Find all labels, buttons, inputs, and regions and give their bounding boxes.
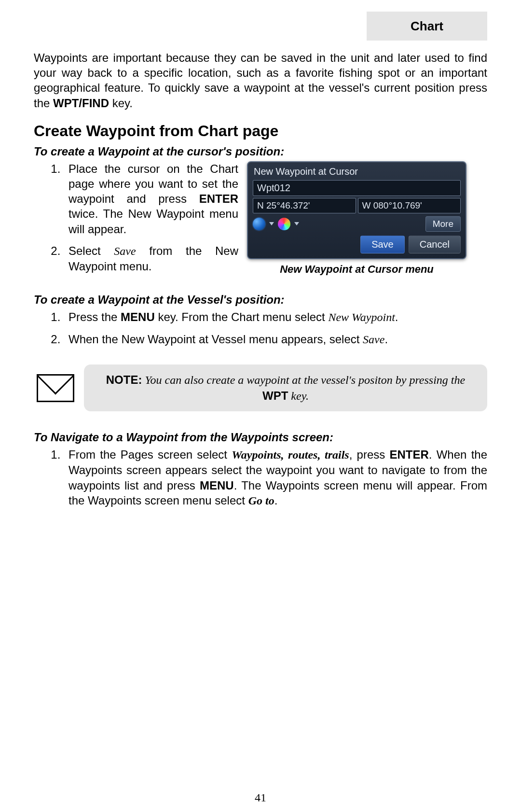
device-title: New Waypoint at Cursor [254,166,461,177]
waypoint-color-icon[interactable] [278,218,290,230]
device-button-row: Save Cancel [253,236,461,253]
vessel-step2-a: When the New Waypoint at Vessel menu app… [69,333,363,346]
vessel-step1-new-waypoint: New Waypoint [328,311,395,323]
device-coord-row: N 25°46.372' W 080°10.769' [253,198,461,213]
vessel-step2-b: . [384,333,388,346]
vessel-step1-b: key. From the Chart menu select [155,310,329,323]
device-name-field[interactable]: Wpt012 [253,180,461,196]
device-cancel-button[interactable]: Cancel [409,236,461,253]
chevron-down-icon[interactable] [269,222,274,225]
manual-page: Chart Waypoints are important because th… [0,12,521,812]
navigate-step-1: From the Pages screen select Waypoints, … [64,447,487,508]
header-chapter-label: Chart [411,19,443,34]
device-more-button[interactable]: More [425,216,461,232]
cursor-step2-save: Save [114,245,136,257]
cursor-step1-key: ENTER [199,192,238,205]
vessel-step1-menu: MENU [121,310,155,323]
intro-key: WPT/FIND [53,97,109,110]
vessel-step-2: When the New Waypoint at Vessel menu app… [64,332,487,347]
note-row: NOTE: You can also create a waypoint at … [34,364,487,411]
note-lead: NOTE: [106,373,142,386]
cursor-step2-a: Select [69,244,114,257]
vessel-step1-a: Press the [69,310,121,323]
nav-menu: MENU [200,479,234,492]
page-number: 41 [0,791,521,804]
intro-text-post: key. [109,97,133,110]
vessel-subheading: To create a Waypoint at the Vessel's pos… [34,293,487,307]
header-chapter-tab: Chart [367,12,487,41]
device-screenshot: New Waypoint at Cursor Wpt012 N 25°46.37… [247,161,466,259]
navigate-steps: From the Pages screen select Waypoints, … [55,447,487,508]
nav-b: , press [349,448,390,461]
note-box: NOTE: You can also create a waypoint at … [84,364,487,411]
note-key: WPT [262,389,288,402]
vessel-steps: Press the MENU key. From the Chart menu … [55,309,487,347]
device-save-button[interactable]: Save [360,236,405,253]
device-figure: New Waypoint at Cursor Wpt012 N 25°46.37… [247,161,466,276]
vessel-step1-c: . [395,310,398,323]
cursor-steps: Place the cursor on the Chart page where… [55,161,238,280]
cursor-step-2: Select Save from the New Waypoint menu. [64,243,238,274]
envelope-icon [37,374,74,402]
vessel-step2-save: Save [363,333,384,346]
nav-wrt: Waypoints, routes, trails [232,448,349,461]
navigate-subheading: To Navigate to a Waypoint from the Waypo… [34,431,487,444]
device-caption: New Waypoint at Cursor menu [247,263,466,276]
waypoint-symbol-icon[interactable] [253,218,265,230]
section-heading: Create Waypoint from Chart page [34,122,487,140]
vessel-step-1: Press the MENU key. From the Chart menu … [64,309,487,325]
chevron-down-icon[interactable] [294,222,299,225]
device-lat-field[interactable]: N 25°46.372' [253,198,356,213]
device-options-row: More [253,216,461,232]
note-body-b: key. [288,390,309,402]
note-body-a: You can also create a waypoint at the ve… [142,374,465,386]
nav-a: From the Pages screen select [69,448,232,461]
cursor-subheading: To create a Waypoint at the cursor's pos… [34,145,487,158]
cursor-step-1: Place the cursor on the Chart page where… [64,161,238,237]
device-lon-field[interactable]: W 080°10.769' [358,198,461,213]
nav-e: . [274,494,278,507]
cursor-step1-b: twice. The New Waypoint menu will appear… [69,207,238,235]
nav-goto: Go to [248,494,274,507]
nav-enter: ENTER [389,448,428,461]
cursor-row: Place the cursor on the Chart page where… [34,161,487,280]
